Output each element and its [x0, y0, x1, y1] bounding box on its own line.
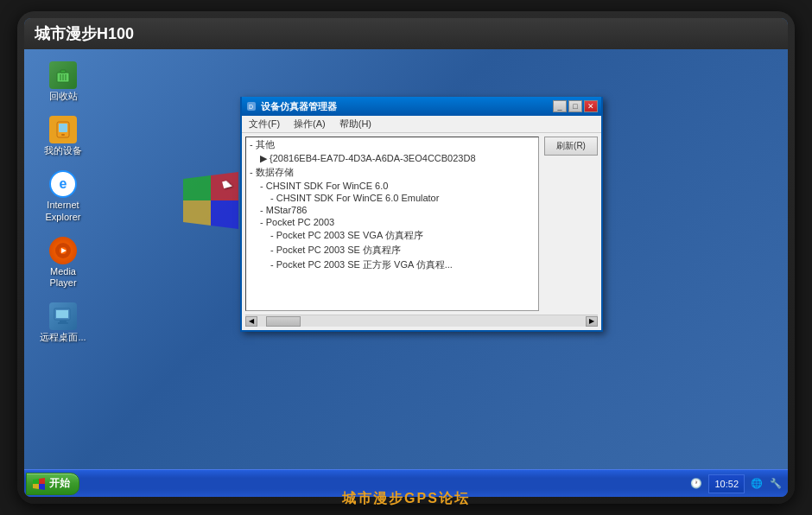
tree-item-pocketpc-se[interactable]: - Pocket PC 2003 SE 仿真程序	[246, 243, 538, 258]
window-content: - 其他 ▶ {20816EB4-EA7D-4D3A-A6DA-3EO4CCB0…	[242, 133, 601, 315]
bottom-label-area: 城市漫步GPS论坛	[0, 490, 812, 508]
start-label: 开始	[49, 476, 70, 491]
scrollbar-thumb[interactable]	[266, 316, 301, 327]
desktop-icon-media-player[interactable]: Media Player	[33, 233, 93, 292]
desktop: Windo	[24, 49, 788, 469]
clock-icon: 🕐	[689, 477, 703, 491]
tray-time: 10:52	[714, 479, 739, 489]
my-device-icon	[49, 116, 77, 143]
svg-rect-7	[61, 134, 65, 136]
desktop-icon-my-device[interactable]: 我的设备	[33, 112, 93, 160]
tree-item-pocketpc[interactable]: - Pocket PC 2003	[246, 216, 538, 228]
media-player-label: Media Player	[36, 266, 90, 289]
window-controls: _ □ ✕	[553, 100, 598, 112]
top-bar: 城市漫步H100	[24, 18, 788, 49]
settings-icon: 🔧	[769, 477, 783, 491]
window-titlebar: D 设备仿真器管理器 _ □ ✕	[242, 97, 601, 116]
svg-rect-1	[60, 70, 66, 73]
tree-item-pocketpc-se-square[interactable]: - Pocket PC 2003 SE 正方形 VGA 仿真程...	[246, 258, 538, 272]
menu-help[interactable]: 帮助(H)	[336, 116, 375, 132]
device-title: 城市漫步H100	[35, 23, 134, 44]
bottom-label: 城市漫步GPS论坛	[342, 491, 470, 505]
device-manager-window: D 设备仿真器管理器 _ □ ✕ 文件(F) 操作(A) 帮助(H)	[240, 97, 603, 332]
remote-desktop-svg	[53, 306, 73, 327]
tree-item-other[interactable]: - 其他	[246, 137, 538, 152]
tree-item-guid[interactable]: ▶ {20816EB4-EA7D-4D3A-A6DA-3EO4CCB023D8	[246, 152, 538, 165]
media-player-icon	[49, 237, 77, 264]
tree-item-chsint[interactable]: - CHSINT SDK For WinCE 6.0	[246, 180, 538, 192]
my-device-label: 我的设备	[44, 145, 82, 156]
horizontal-scrollbar[interactable]: ◀ ▶	[245, 315, 598, 327]
tree-item-mstar[interactable]: - MStar786	[246, 204, 538, 216]
svg-rect-14	[58, 322, 68, 324]
media-player-svg	[54, 242, 72, 259]
tree-panel[interactable]: - 其他 ▶ {20816EB4-EA7D-4D3A-A6DA-3EO4CCB0…	[245, 137, 539, 311]
right-panel: 刷新(R)	[541, 133, 601, 315]
close-button[interactable]: ✕	[584, 100, 598, 112]
desktop-icons: 回收站 我的设备	[33, 58, 93, 347]
maximize-button[interactable]: □	[568, 100, 582, 112]
window-menubar: 文件(F) 操作(A) 帮助(H)	[242, 116, 601, 133]
device-svg	[54, 120, 73, 139]
svg-rect-12	[56, 310, 68, 318]
tree-item-chsint-emulator[interactable]: - CHSINT SDK For WinCE 6.0 Emulator	[246, 192, 538, 204]
scroll-left-arrow[interactable]: ◀	[245, 316, 257, 327]
device-screen: 城市漫步H100 Windo	[24, 18, 788, 497]
refresh-button[interactable]: 刷新(R)	[544, 137, 598, 156]
scrollbar-track[interactable]	[257, 316, 586, 327]
remote-desktop-icon	[49, 302, 77, 330]
scroll-right-arrow[interactable]: ▶	[586, 316, 598, 327]
device-frame: 城市漫步H100 Windo	[17, 11, 795, 504]
window-app-icon: D	[246, 101, 257, 111]
menu-action[interactable]: 操作(A)	[290, 116, 329, 132]
start-flag-icon	[32, 477, 46, 491]
ie-label: InternetExplorer	[46, 200, 81, 222]
tree-item-datastorage[interactable]: - 数据存储	[246, 165, 538, 180]
ie-icon: e	[49, 170, 77, 198]
desktop-icon-remote-desktop[interactable]: 远程桌面...	[33, 299, 93, 347]
windows-flag-icon	[180, 170, 240, 231]
menu-file[interactable]: 文件(F)	[245, 116, 283, 132]
network-icon: 🌐	[750, 477, 764, 491]
svg-text:D: D	[249, 104, 253, 110]
recycle-bin-svg	[54, 67, 72, 84]
recycle-bin-label: 回收站	[49, 91, 78, 102]
window-title-text: 设备仿真器管理器	[261, 100, 549, 113]
recycle-icon	[49, 61, 77, 89]
tree-item-pocketpc-se-vga[interactable]: - Pocket PC 2003 SE VGA 仿真程序	[246, 228, 538, 243]
svg-rect-6	[59, 124, 67, 132]
window-title-icon: D	[245, 100, 257, 112]
remote-desktop-label: 远程桌面...	[40, 332, 86, 343]
desktop-icon-recycle[interactable]: 回收站	[33, 58, 93, 105]
desktop-icon-ie[interactable]: e InternetExplorer	[33, 167, 93, 226]
minimize-button[interactable]: _	[553, 100, 567, 112]
svg-rect-13	[60, 321, 67, 322]
